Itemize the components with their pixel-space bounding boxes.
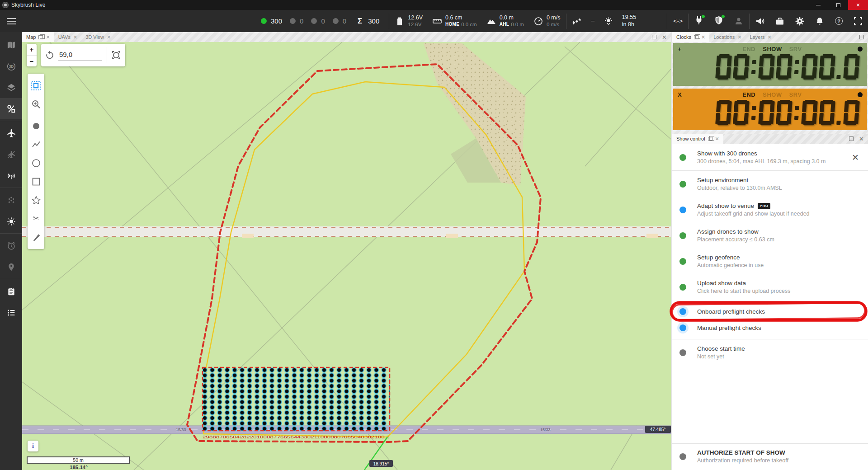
clear-show-icon[interactable]: ✕ <box>850 152 861 163</box>
tab-3d-close-icon[interactable]: ✕ <box>107 34 111 40</box>
tab-clocks[interactable]: Clocks ✕ <box>672 32 709 42</box>
sidebar-item-swarm[interactable] <box>0 189 22 211</box>
status-dot-active <box>261 18 267 24</box>
tab-uavs-close-icon[interactable]: ✕ <box>73 34 77 40</box>
home-accuracy-status[interactable]: 0.6 cm HOME0.0 cm <box>433 14 477 28</box>
circle-tool[interactable] <box>28 154 44 172</box>
sidebar-item-event-log[interactable] <box>0 302 22 323</box>
sidebar-item-show-control[interactable] <box>0 98 22 119</box>
undock-icon[interactable] <box>38 35 43 39</box>
clock-end-stop-button[interactable]: X <box>678 91 687 98</box>
attribution-info-button[interactable]: i <box>28 441 38 451</box>
check-item-show-file[interactable]: Show with 300 drones 300 drones, 5:04, m… <box>672 147 868 167</box>
app-icons: ? <box>755 17 863 26</box>
altitude-status[interactable]: 0.0 m AHL0.0 m <box>487 14 524 28</box>
clock-show-play-button[interactable]: + <box>678 46 687 52</box>
map-canvas[interactable]: 15/33 15/33 2988870650428220100087766564… <box>22 42 671 470</box>
pro-badge: PRO <box>758 203 770 209</box>
tab-locations-close-icon[interactable]: ✕ <box>737 34 741 40</box>
sidebar-item-rtk[interactable] <box>0 165 22 186</box>
rtk-status[interactable]: − <box>590 17 594 25</box>
rotate-ccw-icon[interactable] <box>45 50 55 60</box>
clocks-undock-icon[interactable] <box>694 35 698 39</box>
sidebar-item-uavs[interactable] <box>0 122 22 144</box>
star-tool[interactable] <box>28 191 44 209</box>
tab-layers[interactable]: Layers ✕ <box>746 32 776 42</box>
clocks-maximize-icon[interactable] <box>859 35 864 39</box>
rectangle-tool[interactable] <box>28 172 44 191</box>
sidebar-item-3d-view[interactable]: 3D <box>0 56 22 77</box>
server-plug-icon[interactable] <box>694 16 703 27</box>
help-icon[interactable]: ? <box>835 17 843 25</box>
show-control-close-icon[interactable]: ✕ <box>859 136 864 142</box>
select-tool[interactable] <box>28 76 44 95</box>
point-tool[interactable] <box>28 117 44 135</box>
check-item-start-time[interactable]: Choose start time Not set yet <box>672 343 868 362</box>
map-close-icon[interactable]: ✕ <box>662 34 667 41</box>
settings-gear-icon[interactable] <box>795 17 804 26</box>
sidebar-item-show-checklist[interactable] <box>0 281 22 302</box>
maximize-button[interactable] <box>828 0 848 10</box>
speed-status[interactable]: 0 m/s 0 m/s <box>534 14 561 28</box>
sidebar-item-light-control[interactable] <box>0 211 22 232</box>
brightness-icon[interactable] <box>604 17 613 26</box>
edit-feature-tool[interactable] <box>28 228 44 246</box>
tab-uavs[interactable]: UAVs ✕ <box>54 32 82 42</box>
check-item-environment[interactable]: Setup environment Outdoor, relative to 1… <box>672 174 868 194</box>
notifications-bell-icon[interactable] <box>815 17 824 26</box>
tab-locations[interactable]: Locations ✕ <box>709 32 745 42</box>
tab-map-close-icon[interactable]: ✕ <box>46 34 50 40</box>
minimize-button[interactable] <box>808 0 828 10</box>
check-item-adapt-venue[interactable]: Adapt show to venue PRO Adjust takeoff g… <box>672 200 868 220</box>
check-item-geofence[interactable]: Setup geofence Automatic geofence in use <box>672 251 868 271</box>
sidebar-item-layers[interactable] <box>0 77 22 98</box>
battery-status[interactable]: 12.6V 12.6V <box>395 14 423 28</box>
sidebar-item-clocks[interactable] <box>0 235 22 256</box>
path-tool[interactable] <box>28 135 44 154</box>
fullscreen-icon[interactable] <box>854 17 863 26</box>
user-icon[interactable] <box>734 17 743 26</box>
rotation-input[interactable]: 59,0 <box>58 49 102 61</box>
toolbox-icon[interactable] <box>775 17 784 26</box>
takeoff-grid[interactable]: 2988870650428220100087766564433021100008… <box>203 367 390 439</box>
zoom-tool[interactable] <box>28 95 44 113</box>
item-subtitle: Not set yet <box>697 353 861 360</box>
tab-show-control[interactable]: Show control ✕ <box>672 134 723 144</box>
auth-shield-icon[interactable] <box>714 16 723 27</box>
zoom-in-button[interactable]: + <box>27 44 37 55</box>
cut-tool[interactable]: ✂ <box>28 209 44 228</box>
clock-show-label-end: END <box>742 46 755 52</box>
show-control-undock-icon[interactable] <box>708 137 712 141</box>
close-button[interactable]: ✕ <box>848 0 868 10</box>
map-tab-bar: Map ✕ UAVs ✕ 3D View ✕ ✕ <box>22 32 671 42</box>
check-item-assign-drones[interactable]: Assign drones to show Placement accuracy… <box>672 226 868 245</box>
check-item-manual-preflight[interactable]: Manual preflight checks <box>672 320 868 336</box>
check-item-upload[interactable]: Upload show data Click here to start the… <box>672 277 868 297</box>
tab-show-control-close-icon[interactable]: ✕ <box>715 136 719 142</box>
tab-map[interactable]: Map ✕ <box>22 32 54 42</box>
map-maximize-icon[interactable] <box>652 35 656 39</box>
satellite-icon[interactable] <box>572 17 581 26</box>
item-title: Assign drones to show <box>697 228 861 235</box>
broadcast-icon[interactable] <box>755 17 764 26</box>
sidebar-item-locations[interactable] <box>0 256 22 277</box>
tab-3d-view[interactable]: 3D View ✕ <box>81 32 115 42</box>
clipboard-icon <box>7 287 16 296</box>
ahl-avg: 0.0 m <box>500 14 514 21</box>
show-control-maximize-icon[interactable] <box>849 136 854 141</box>
status-dot-gray <box>679 349 686 356</box>
tab-layers-label: Layers <box>750 34 765 40</box>
drone-status-counters[interactable]: 300 0 0 0 Σ 300 <box>261 17 383 26</box>
authorize-start-row[interactable]: AUTHORIZE START OF SHOW Authorization re… <box>672 446 868 466</box>
sidebar-item-uav-details[interactable] <box>0 144 22 165</box>
connection-code-icon[interactable]: <··> <box>673 18 682 24</box>
layers-icon <box>6 83 16 93</box>
sidebar-item-map[interactable] <box>0 34 22 56</box>
fit-rotation-icon[interactable] <box>111 50 122 61</box>
check-item-onboard-preflight[interactable]: Onboard preflight checks <box>672 303 868 320</box>
tab-layers-close-icon[interactable]: ✕ <box>768 34 772 40</box>
zoom-out-button[interactable]: − <box>27 55 37 66</box>
menu-icon[interactable] <box>7 16 16 26</box>
map-road <box>22 226 671 238</box>
tab-clocks-close-icon[interactable]: ✕ <box>701 34 705 40</box>
